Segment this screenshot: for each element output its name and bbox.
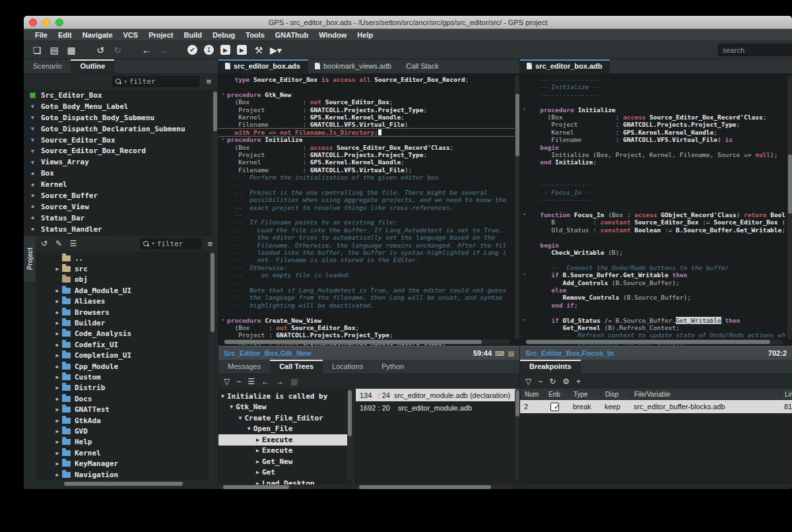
expand-arrow-icon[interactable]: ▶ bbox=[53, 364, 62, 370]
fold-arrow-icon[interactable]: ▾ bbox=[218, 91, 227, 98]
outline-filter-input[interactable]: ▾ filter bbox=[112, 76, 199, 87]
code-line[interactable] bbox=[520, 98, 792, 106]
code-line[interactable]: ▾ if B.Source_Buffer.Get_Writable then bbox=[520, 271, 792, 279]
expand-arrow-icon[interactable]: ▼ bbox=[245, 426, 253, 432]
tree-item[interactable]: ▶Custom bbox=[36, 372, 209, 382]
code-line[interactable]: B : constant Source_Editor_Box := Source… bbox=[520, 218, 792, 226]
call-tree-item[interactable]: ▼Initialize is called by bbox=[218, 391, 352, 402]
code-line[interactable]: -- the language from the filename, then … bbox=[218, 294, 519, 301]
code-line[interactable]: -- If Filename points to an existing fil… bbox=[218, 218, 519, 226]
code-line[interactable]: Filename : GNATCOLL.VFS.Virtual_File) is bbox=[520, 136, 792, 143]
code-line[interactable]: Check_Writable (B); bbox=[520, 249, 792, 256]
open-folder-icon[interactable]: ▤ bbox=[48, 44, 61, 57]
fold-arrow-icon[interactable]: ▾ bbox=[520, 317, 529, 324]
fold-arrow-icon[interactable]: ▾ bbox=[218, 317, 227, 324]
call-tree-item[interactable]: ▼Open_File bbox=[218, 424, 352, 435]
code-line[interactable]: -- loaded into the buffer, the buffer is… bbox=[218, 249, 519, 256]
outline-item[interactable]: ▼Source_Editor_Box_Record bbox=[24, 145, 213, 156]
code-line[interactable]: Get_Kernel (B).Refresh_Context; bbox=[520, 324, 792, 331]
expand-arrow-icon[interactable]: ▶ bbox=[53, 352, 62, 358]
save-icon[interactable]: ▦ bbox=[65, 44, 78, 57]
code-line[interactable]: ▾procedure Gtk_New bbox=[218, 91, 519, 98]
code-line[interactable]: Kernel : GPS.Kernel.Kernel_Handle; bbox=[218, 114, 519, 121]
calltree-hscrollbar[interactable] bbox=[222, 484, 315, 489]
writable-icon[interactable]: ▤ bbox=[508, 350, 514, 357]
code-line[interactable] bbox=[520, 256, 792, 263]
code-line[interactable]: -- Note that if Lang_Autodetect is True,… bbox=[218, 286, 519, 294]
build-all-icon[interactable]: ✔ bbox=[187, 45, 197, 55]
keyboard-icon[interactable]: ⌨ bbox=[495, 350, 504, 357]
column-header-line[interactable]: Line bbox=[780, 391, 792, 398]
project-filter-input[interactable]: ▾ filter bbox=[140, 238, 202, 249]
expand-arrow-icon[interactable]: ▶ bbox=[53, 342, 62, 348]
tab-call-stack[interactable]: Call Stack bbox=[399, 59, 447, 73]
project-vscrollbar[interactable] bbox=[210, 251, 215, 480]
outline-item[interactable]: Src_Editor_Box bbox=[24, 90, 213, 101]
tree-item[interactable]: ▶Help bbox=[36, 437, 209, 448]
code-line[interactable] bbox=[520, 166, 792, 174]
center-subprogram-breadcrumb[interactable]: Src_Editor_Box,Gtk_New bbox=[224, 349, 473, 357]
expand-arrow-icon[interactable]: ▶ bbox=[53, 407, 62, 413]
fold-arrow-icon[interactable]: ▾ bbox=[520, 211, 529, 218]
expand-arrow-icon[interactable]: ▶ bbox=[53, 298, 62, 304]
code-line[interactable]: (Box : access Source_Editor_Box_Record'C… bbox=[520, 114, 792, 121]
code-line[interactable]: Project : GNATCOLL.Projects.Project_Type… bbox=[218, 331, 519, 339]
menu-help[interactable]: Help bbox=[352, 30, 378, 40]
expand-arrow-icon[interactable]: ▶ bbox=[53, 472, 62, 478]
code-line[interactable]: (Box : out Source_Editor_Box; bbox=[218, 324, 519, 331]
tab-breakpoints[interactable]: Breakpoints bbox=[520, 360, 581, 374]
fold-arrow-icon[interactable]: ▾ bbox=[520, 271, 529, 279]
breakpoint-row[interactable]: 2✓breakkeepsrc_editor_buffer-blocks.adb8… bbox=[520, 400, 792, 413]
menu-gnathub[interactable]: GNAThub bbox=[271, 30, 314, 40]
code-line[interactable]: (Box : out Source_Editor_Box; bbox=[218, 98, 519, 106]
menu-edit[interactable]: Edit bbox=[53, 30, 77, 40]
code-line[interactable]: Project : GNATCOLL.Projects.Project_Type… bbox=[520, 121, 792, 128]
code-line[interactable]: Initialize (Box, Project, Kernel, Filena… bbox=[520, 151, 792, 158]
code-line[interactable]: ▾ function Focus_In (Box : access GObjec… bbox=[520, 211, 792, 218]
column-header-type[interactable]: Type bbox=[569, 391, 601, 398]
expand-arrow-icon[interactable]: ▶ bbox=[253, 459, 262, 465]
expand-arrow-icon[interactable]: ▶ bbox=[253, 448, 262, 453]
prev-icon[interactable]: ← bbox=[261, 377, 269, 386]
menu-project[interactable]: Project bbox=[144, 30, 178, 40]
call-tree-item[interactable]: ▶Get bbox=[218, 467, 352, 479]
code-line[interactable] bbox=[218, 309, 519, 316]
expand-arrow-icon[interactable]: ▼ bbox=[227, 404, 236, 410]
add-breakpoint-icon[interactable]: + bbox=[576, 377, 581, 386]
code-line[interactable]: -- set. Filename is also stored in the E… bbox=[218, 256, 519, 263]
code-line[interactable]: -- Refresh context to update state of Un… bbox=[520, 331, 792, 339]
tree-item[interactable]: obj bbox=[36, 275, 209, 285]
outline-vscrollbar[interactable] bbox=[213, 90, 218, 235]
outline-item[interactable]: ▼Source_Editor_Box bbox=[24, 135, 213, 146]
debug-run-icon[interactable]: ▶▾ bbox=[269, 44, 282, 57]
code-line[interactable]: (Box : access Source_Editor_Box_Record'C… bbox=[218, 144, 519, 151]
right-editor[interactable]: ---------------- -- Initialize -- ------… bbox=[520, 74, 792, 346]
call-tree-item[interactable]: ▶Load_Desktop bbox=[218, 478, 352, 484]
tab-python[interactable]: Python bbox=[372, 360, 413, 374]
bp-enabled-checkbox[interactable]: ✓ bbox=[544, 403, 569, 411]
code-line[interactable]: ---------------- bbox=[520, 91, 792, 98]
project-hscrollbar[interactable] bbox=[63, 481, 209, 486]
code-line[interactable]: ---------------- bbox=[520, 76, 792, 83]
tree-item[interactable]: ▶Kernel bbox=[36, 448, 209, 458]
save-tree-icon[interactable]: ▦ bbox=[290, 377, 298, 386]
menu-navigate[interactable]: Navigate bbox=[78, 30, 117, 40]
tab-outline[interactable]: Outline bbox=[71, 59, 114, 73]
outline-item[interactable]: ●Kernel bbox=[24, 179, 213, 190]
code-line[interactable]: begin bbox=[520, 144, 792, 151]
call-tree-item[interactable]: ▶Execute bbox=[218, 434, 352, 446]
outline-item[interactable]: ●Source_View bbox=[24, 201, 213, 213]
code-line[interactable]: -------------- bbox=[520, 181, 792, 188]
tree-item[interactable]: ▶Docs bbox=[36, 393, 209, 404]
center-editor[interactable]: type Source_Editor_Box is access all Sou… bbox=[218, 74, 519, 346]
filter-funnel-icon[interactable]: ▽ bbox=[224, 377, 230, 386]
expand-arrow-icon[interactable]: ▶ bbox=[253, 469, 262, 475]
code-line[interactable]: -- bbox=[218, 181, 519, 188]
tab-call-trees[interactable]: Call Trees bbox=[270, 360, 323, 374]
tab-bookmark-views-adb[interactable]: bookmark_views.adb bbox=[308, 59, 399, 73]
code-line[interactable]: end Initialize; bbox=[520, 158, 792, 166]
code-line[interactable]: -- Connect the Undo/Redo buttons to the … bbox=[520, 264, 792, 271]
code-line[interactable]: Filename : GNATCOLL.VFS.Virtual_File); bbox=[218, 166, 519, 174]
tree-item[interactable]: ▶Aliases bbox=[36, 296, 209, 307]
code-line[interactable]: Add_Controls (B.Source_Buffer); bbox=[520, 279, 792, 286]
